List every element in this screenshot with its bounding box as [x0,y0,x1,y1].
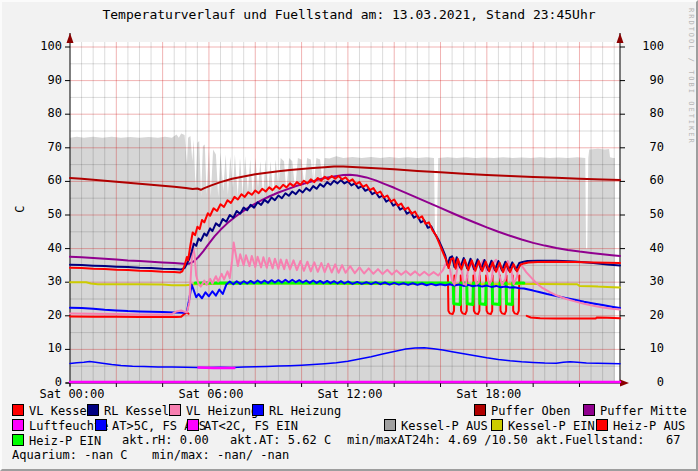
legend-label: Kessel-P AUS [401,419,488,433]
legend-item: VL Kessel [12,404,94,418]
y-tick-label-left: 50 [28,208,62,221]
legend-swatch [384,419,396,431]
legend-label: akt.AT: 5.62 C [230,433,331,447]
legend-swatch [596,419,608,431]
legend-item: Puffer Mitte [583,404,687,418]
legend-swatch [583,404,595,416]
y-axis-arrow-right [617,33,624,43]
legend-swatch [474,404,486,416]
legend-label: VL Kessel [29,404,94,418]
legend-text: akt.Fuellstand: 67 [536,434,681,447]
legend-item: VL Heizung [169,404,258,418]
legend-item: AT<2C, FS EIN [187,419,298,433]
y-tick-label-right: 40 [636,242,664,255]
y-tick-label-left: 20 [28,309,62,322]
y-tick-label-left: 70 [28,141,62,154]
legend-swatch [491,419,503,431]
legend-item: Puffer Oben [474,404,570,418]
y-tick-label-left: 10 [28,342,62,355]
y-tick-label-left: 60 [28,174,62,187]
legend-label: Kessel-P EIN [508,419,595,433]
legend-item: Kessel-P AUS [384,419,488,433]
legend-label: RL Heizung [269,404,341,418]
y-tick-label-right: 20 [636,309,664,322]
legend-text: akt.AT: 5.62 C [230,434,331,447]
legend-text: Aquarium: -nan C [12,449,128,462]
legend-label: Puffer Mitte [600,404,687,418]
legend-item: Kessel-P EIN [491,419,595,433]
legend-label: VL Heizung [186,404,258,418]
legend-label: akt.rH: 0.00 [122,433,209,447]
rrdtool-graph-image: Temperaturverlauf und Fuellstand am: 13.… [0,0,698,471]
y-tick-label-right: 90 [636,74,664,87]
legend-label: AT<2C, FS EIN [204,419,298,433]
y-tick-label-left: 90 [28,74,62,87]
y-tick-label-right: 0 [636,376,664,389]
legend-text: min/maxAT24h: 4.69 /10.50 [347,434,528,447]
y-tick-label-right: 70 [636,141,664,154]
legend-label: Heiz-P AUS [613,419,685,433]
legend-swatch [12,434,24,446]
legend-label: RL Kessel [104,404,169,418]
x-tick-label: Sat 00:00 [30,388,114,401]
legend-swatch [95,419,107,431]
y-tick-label-left: 100 [28,40,62,53]
y-tick-label-left: 40 [28,242,62,255]
legend-swatch [187,419,199,431]
legend-item: Heiz-P EIN [12,434,101,448]
y-tick-label-right: 50 [636,208,664,221]
legend-label: min/maxAT24h: 4.69 /10.50 [347,433,528,447]
y-axis-arrow-left [67,33,74,43]
legend-label: min/max: -nan/ -nan [152,448,289,462]
legend-label: akt.Fuellstand: 67 [536,433,681,447]
x-tick-label: Sat 06:00 [169,388,253,401]
y-tick-label-right: 80 [636,107,664,120]
legend-item: RL Kessel [87,404,169,418]
y-tick-label-left: 80 [28,107,62,120]
x-tick-label: Sat 12:00 [308,388,392,401]
legend-swatch [12,404,24,416]
y-tick-label-right: 60 [636,174,664,187]
legend-label: Heiz-P EIN [29,434,101,448]
y-tick-label-right: 100 [636,40,664,53]
y-tick-label-right: 30 [636,275,664,288]
x-tick-label: Sat 18:00 [447,388,531,401]
legend-item: Heiz-P AUS [596,419,685,433]
legend-swatch [252,404,264,416]
legend-label: Aquarium: -nan C [12,448,128,462]
legend-item: Luftfeuchte [12,419,108,433]
legend-item: RL Heizung [252,404,341,418]
legend-swatch [12,419,24,431]
legend-label: Puffer Oben [491,404,570,418]
legend-swatch [169,404,181,416]
y-tick-label-right: 10 [636,342,664,355]
legend-text: akt.rH: 0.00 [122,434,209,447]
x-axis-arrow [620,380,629,387]
legend-text: min/max: -nan/ -nan [152,449,289,462]
y-tick-label-left: 30 [28,275,62,288]
legend-swatch [87,404,99,416]
